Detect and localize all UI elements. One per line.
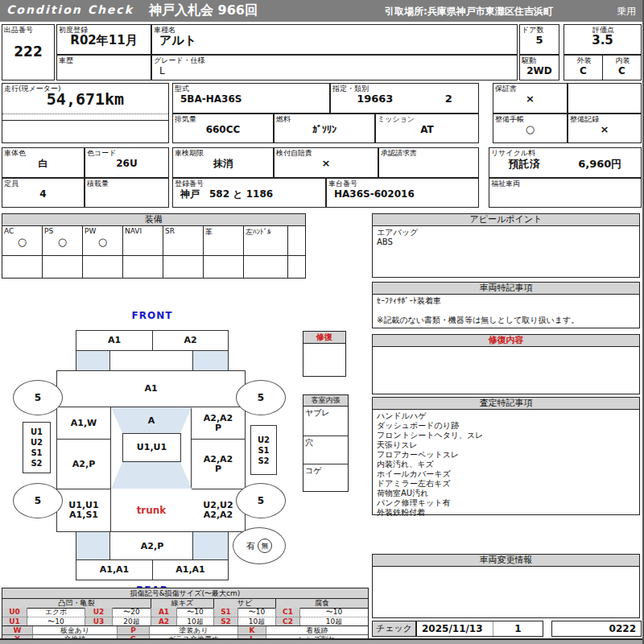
- class-value: 2: [445, 93, 452, 105]
- spare-tire-mark: 有 無: [233, 527, 286, 564]
- registration-number-value: 神戸 582 と 1186: [173, 188, 325, 200]
- recycle-status: 預託済: [509, 157, 540, 171]
- field-capacity: 定員 4: [2, 178, 85, 208]
- right-side-codes: U2 S1 S2: [250, 425, 277, 475]
- legend2-row-1: W板金あり P塗装あり K看板跡: [2, 626, 368, 634]
- interior-grade-value: C: [603, 64, 641, 77]
- field-doors: ドア数 5: [519, 24, 559, 55]
- repair-detail-title: 修復内容: [373, 335, 639, 347]
- warranty-value: ×: [493, 93, 567, 105]
- front-bumper-left: A1: [76, 330, 153, 351]
- hood-panel: A1: [56, 370, 246, 407]
- check-number: 0222: [609, 623, 636, 634]
- field-registration-number: 登録番号 神戸 582 と 1186: [172, 178, 326, 208]
- front-cowl-strip: [76, 350, 229, 371]
- field-insurance: 検付自賠責 ×: [274, 147, 378, 178]
- designation-value: 19663: [357, 93, 393, 105]
- cabin-row-tear: ヤブレ: [303, 407, 348, 436]
- field-odometer: 走行(現メーター) 54,671km: [2, 83, 169, 143]
- damage-legend-title: 損傷記号&損傷サイズ(〜最大cm): [2, 588, 368, 599]
- damage-legend-table: 損傷記号&損傷サイズ(〜最大cm) 凸凹・亀裂 線キズ サビ 腐食 U0エクボ …: [2, 588, 369, 626]
- pickup-location: 引取場所:兵庫県神戸市東灘区住吉浜町: [385, 5, 553, 19]
- wheel-front-left: 5: [13, 380, 63, 415]
- tailgate-panel: A2,P: [76, 541, 228, 551]
- fuel-value: ｶﾞｿﾘﾝ: [275, 123, 374, 136]
- equipment-col-navi: NAVI: [123, 226, 163, 255]
- windshield: A: [111, 407, 192, 433]
- field-exterior-grade: 外装 C: [564, 55, 603, 80]
- drive-value: 2WD: [520, 64, 559, 77]
- rear-bumper-right: A1,A1: [152, 559, 229, 580]
- assessment-notes-panel: 査定特記事項 ハンドルハゲ ダッシュボードのり跡 フロントシートヘタリ、スレ 天…: [372, 397, 640, 515]
- right-rear-panel: A2,A2 P: [191, 439, 246, 489]
- assessment-notes-title: 査定特記事項: [373, 398, 639, 410]
- maintenance-book-value: ○: [493, 123, 567, 136]
- field-model-name: 車種名 アルト: [151, 24, 518, 55]
- left-quarter-panel: U1,U1 A1,S1: [56, 489, 111, 532]
- wheel-rear-left: 5: [13, 483, 63, 518]
- repair-flag-box: 修復: [303, 331, 346, 377]
- doors-value: 5: [520, 34, 559, 47]
- appeal-points-panel: アピールポイント エアバッグ ABS: [372, 213, 640, 278]
- brand-title: Condition Check: [6, 3, 134, 16]
- equipment-col-pw: PW○: [83, 226, 123, 255]
- inspection-value: 抹消: [173, 157, 273, 170]
- rear-cowl-strip: A2,P: [76, 531, 229, 560]
- field-warranty-book: 保証書 ×: [493, 83, 568, 114]
- front-label: FRONT: [76, 310, 229, 321]
- front-glass-corner-left: [76, 351, 110, 370]
- field-fuel: 燃料 ｶﾞｿﾘﾝ: [274, 114, 375, 143]
- rear-bumper-left: A1,A1: [76, 559, 153, 580]
- header-bar: Condition Check 神戸入札会 966回 引取場所:兵庫県神戸市東灘…: [0, 0, 644, 22]
- field-score: 評価点 3.5: [564, 24, 642, 55]
- field-inspection-expiry: 車検期限 抹消: [172, 147, 274, 178]
- model-name-value: アルト: [152, 34, 517, 47]
- trunk-cell: trunk: [111, 489, 192, 532]
- model-code-value: 5BA-HA36S: [173, 93, 329, 105]
- assessment-notes-content: ハンドルハゲ ダッシュボードのり跡 フロントシートヘタリ、スレ 天張りスレ フロ…: [373, 410, 639, 519]
- field-chassis-number: 車台番号 HA36S-602016: [326, 178, 479, 208]
- check-number-box: 0222: [551, 621, 642, 637]
- equipment-col-ps: PS○: [43, 226, 83, 255]
- field-welfare-vehicle: 福祉車両: [489, 178, 642, 208]
- equipment-title: 装備: [2, 214, 305, 226]
- front-glass-corner-right: [192, 351, 228, 370]
- vehicle-usage: 乗用: [617, 5, 636, 19]
- score-value: 3.5: [564, 34, 641, 47]
- check-date: 2025/11/13: [417, 621, 493, 636]
- rear-window: [111, 462, 192, 489]
- odometer-value: 54,671km: [2, 93, 168, 105]
- repair-flag-title: 修復: [303, 332, 345, 344]
- equipment-col-sr: SR: [163, 226, 204, 255]
- field-load-capacity: 積載量: [85, 178, 169, 208]
- field-color-code: 色コード 26U: [85, 147, 169, 178]
- roof-panel: U1,U1: [122, 433, 181, 462]
- spare-absent-circled: 無: [258, 539, 272, 553]
- equipment-col-leather: 革: [204, 226, 244, 255]
- field-drive: 駆動 2WD: [519, 55, 559, 80]
- capacity-value: 4: [2, 188, 84, 200]
- legend-row-2: U1〜10 U320超 A210超 S210超 C210超: [2, 617, 368, 625]
- front-bumper-right: A2: [152, 330, 229, 351]
- left-side-codes: U1 U2 S1 S2: [23, 422, 51, 473]
- divider: [2, 114, 168, 114]
- cabin-row-burn: コゲ: [303, 464, 348, 492]
- field-body-color: 車体色 白: [2, 147, 85, 178]
- field-recycle-fee: リサイクル料 預託済 6,960円: [489, 147, 642, 178]
- spare-present-label: 有: [246, 540, 255, 552]
- equipment-col-lhd: 左ﾊﾝﾄﾞﾙ: [244, 226, 288, 255]
- recycle-amount: 6,960円: [578, 157, 621, 171]
- change-info-panel: 車両変更情報: [372, 554, 640, 618]
- field-history: 車歴: [56, 55, 151, 80]
- check-label: チェック: [372, 621, 416, 637]
- bottom-edge-strip: [0, 638, 644, 644]
- insurance-value: ×: [275, 157, 378, 170]
- right-front-panel: A2,A2 P: [191, 407, 246, 440]
- exterior-grade-value: C: [564, 64, 602, 77]
- field-transmission: ミッション AT: [375, 114, 479, 143]
- equipment-col-ac: AC○: [2, 226, 43, 255]
- vehicle-notes-footnote: ※記載のない書類・機器等は無しとして取り扱います。: [377, 315, 579, 326]
- auction-condition-sheet: Condition Check 神戸入札会 966回 引取場所:兵庫県神戸市東灘…: [0, 0, 644, 644]
- field-displacement: 排気量 660CC: [172, 114, 274, 143]
- equipment-col-extra: [288, 226, 305, 255]
